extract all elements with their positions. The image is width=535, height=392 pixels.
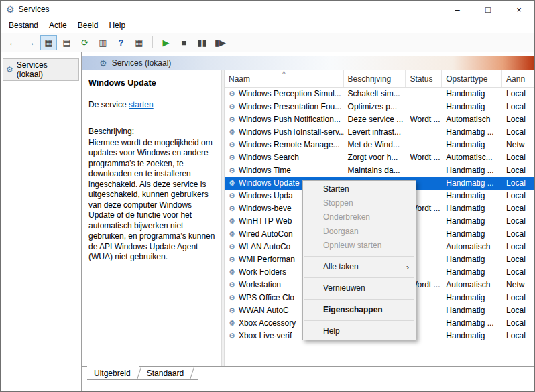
column-header-naam[interactable]: ^Naam [225,70,344,87]
service-row[interactable]: ⚙Windows Presentation Fou...Optimizes p.… [225,101,534,113]
export-list-icon: ▥ [99,38,107,47]
service-row[interactable]: ⚙Windows PushToInstall-serv...Levert inf… [225,126,534,139]
service-logon-cell: Local [502,101,534,113]
menubar-item-actie[interactable]: Actie [44,19,72,32]
maximize-button[interactable]: □ [473,1,503,18]
stop-service-button[interactable]: ■ [176,35,192,50]
column-header-status[interactable]: Status [406,70,442,87]
service-logon-cell: Netw [502,279,534,291]
column-header-beschrijving[interactable]: Beschrijving [344,70,406,87]
close-button[interactable]: × [503,1,534,18]
service-logon-cell: Local [502,304,534,317]
service-starttype-cell: Handmatig [442,101,502,113]
service-starttype-cell: Handmatig [442,228,502,241]
service-row[interactable]: ⚙Windows Perception Simul...Schakelt sim… [225,88,534,101]
service-name-cell: ⚙Windows Perception Simul... [225,88,344,101]
service-name-label: Windows Update [239,177,300,190]
export-list-button[interactable]: ▥ [95,35,111,50]
context-menu-item-help[interactable]: Help [303,324,416,338]
results-header-icon: ⚙ [99,59,107,68]
service-starttype-cell: Handmatig ... [442,126,502,139]
selected-service-title: Windows Update [88,78,215,88]
toolbar: ←→▦▤⟳▥?▦▶■▮▮▮▶ [1,33,534,52]
start-service-icon: ▶ [163,38,170,47]
context-menu-item-eigenschappen[interactable]: Eigenschappen [303,303,416,317]
stop-service-icon: ■ [182,38,187,47]
menubar: BestandActieBeeldHelp [1,18,534,33]
menubar-item-beeld[interactable]: Beeld [72,19,104,32]
column-header-aann[interactable]: Aann [502,70,534,87]
service-gear-icon: ⚙ [229,231,235,238]
context-menu-separator [304,299,414,300]
forward-button[interactable]: → [22,35,39,50]
minimize-button[interactable]: – [442,1,473,18]
submenu-arrow-icon: › [406,260,409,274]
service-logon-cell: Local [502,151,534,164]
show-console-tree-button[interactable]: ▦ [40,35,57,50]
service-description-cell: Levert infrast... [344,126,406,139]
service-logon-cell: Local [502,330,534,342]
context-menu: StartenStoppenOnderbrekenDoorgaanOpnieuw… [302,180,416,340]
restart-service-button[interactable]: ▮▶ [212,35,229,50]
service-name-label: Workstation [239,279,281,291]
properties-button[interactable]: ▤ [58,35,75,50]
service-gear-icon: ⚙ [229,294,235,302]
tab-uitgebreid[interactable]: Uitgebreid [87,367,145,380]
service-description-cell: Schakelt sim... [344,88,406,101]
service-description-cell: Optimizes p... [344,101,406,113]
service-action-line: De service starten [88,100,215,109]
service-description-cell: Met de Wind... [344,139,406,151]
service-starttype-cell: Handmatig [442,88,502,101]
view-tabs: UitgebreidStandaard [82,366,534,381]
service-row[interactable]: ⚙Windows SearchZorgt voor h...Wordt ...A… [225,151,534,164]
help-button[interactable]: ? [113,35,129,50]
service-logon-cell: Local [502,241,534,253]
service-starttype-cell: Handmatig [442,139,502,151]
context-menu-item-vernieuwen[interactable]: Vernieuwen [303,281,416,296]
forward-icon: → [26,38,35,47]
back-button[interactable]: ← [4,35,21,50]
context-menu-item-label: Onderbreken [323,212,370,222]
service-description-cell: Zorgt voor h... [344,151,406,164]
context-menu-item-stoppen: Stoppen [303,196,416,210]
main-area: ⚙ Services (lokaal) ⚙ Services (lokaal) … [1,52,534,392]
start-service-link[interactable]: starten [129,100,154,109]
start-service-button[interactable]: ▶ [158,35,174,50]
tree-item-services-local[interactable]: ⚙ Services (lokaal) [3,58,79,81]
service-name-cell: ⚙Windows Presentation Fou... [225,101,344,113]
service-row[interactable]: ⚙Windows TimeMaintains da...Handmatig ..… [225,164,534,177]
service-gear-icon: ⚙ [229,154,235,161]
column-header-label: Aann [506,74,525,84]
menubar-item-bestand[interactable]: Bestand [3,19,44,32]
view-options-button[interactable]: ▦ [131,35,147,50]
service-logon-cell: Local [502,177,534,190]
context-menu-item-starten[interactable]: Starten [303,182,416,196]
pause-service-button[interactable]: ▮▮ [194,35,211,50]
column-header-opstarttype[interactable]: Opstarttype [442,70,502,87]
menubar-item-help[interactable]: Help [103,19,131,32]
service-gear-icon: ⚙ [229,320,235,327]
sort-ascending-icon: ^ [282,70,285,77]
refresh-button[interactable]: ⟳ [76,35,93,50]
refresh-icon: ⟳ [81,38,88,47]
context-menu-item-label: Doorgaan [323,226,359,236]
context-menu-item-alle-taken[interactable]: Alle taken› [303,260,416,274]
context-menu-item-opnieuw-starten: Opnieuw starten [303,239,416,253]
services-list-header: ^NaamBeschrijvingStatusOpstarttypeAann [225,70,534,88]
titlebar: ⚙ Services – □ × [1,1,534,18]
service-row[interactable]: ⚙Windows Push Notification...Deze servic… [225,113,534,126]
service-name-label: Work Folders [239,266,286,279]
column-header-label: Opstarttype [446,74,487,84]
service-logon-cell: Local [502,202,534,215]
service-name-label: Windows Time [239,164,291,177]
service-logon-cell: Local [502,190,534,202]
extended-view-panel: Windows Update De service starten Beschr… [82,70,221,366]
service-name-label: Windows Search [239,151,299,164]
service-description-cell: Maintains da... [344,164,406,177]
service-gear-icon: ⚙ [229,269,235,276]
service-row[interactable]: ⚙Windows Remote Manage...Met de Wind...H… [225,139,534,151]
tab-label: Standaard [147,369,184,378]
service-action-prefix: De service [88,100,129,109]
tab-standaard[interactable]: Standaard [140,367,198,380]
context-menu-item-label: Vernieuwen [323,283,365,293]
